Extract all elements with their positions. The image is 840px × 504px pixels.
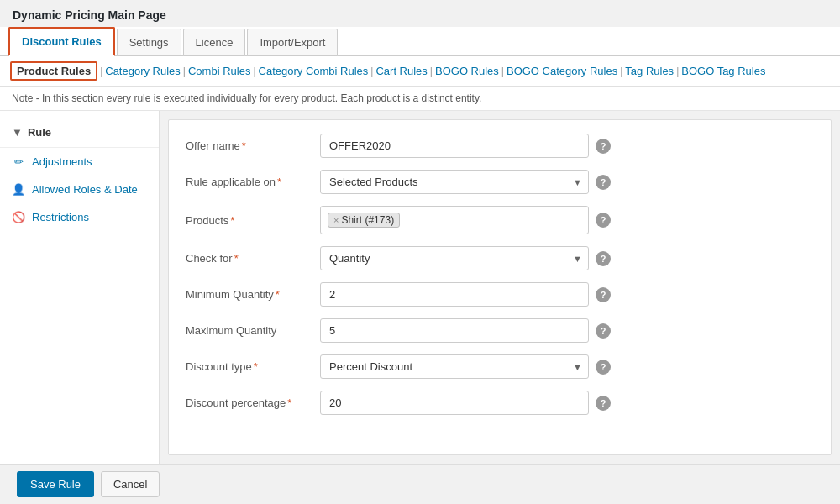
select-rule-applicable[interactable]: Selected Products All Products Category …: [320, 170, 589, 194]
sidebar-item-label-allowed-roles: Allowed Roles & Date: [32, 183, 138, 196]
select-wrapper-rule-applicable: Selected Products All Products Category …: [320, 170, 589, 194]
form-row-offer-name: Offer name* ?: [186, 134, 814, 158]
help-icon-discount-type[interactable]: ?: [596, 360, 611, 375]
sub-tab-bogo-tag-rules[interactable]: BOGO Tag Rules: [681, 65, 765, 77]
select-discount-type[interactable]: Percent Discount Fixed Discount Fixed Pr…: [320, 354, 589, 379]
sidebar-item-adjustments[interactable]: ✏ Adjustments: [0, 148, 159, 176]
form-row-discount-pct: Discount percentage* ?: [186, 391, 814, 415]
label-check-for: Check for*: [186, 252, 320, 265]
select-wrapper-discount-type: Percent Discount Fixed Discount Fixed Pr…: [320, 354, 589, 379]
sidebar-item-restrictions[interactable]: 🚫 Restrictions: [0, 203, 159, 231]
tag-remove-icon[interactable]: ×: [333, 215, 339, 225]
form-row-check-for: Check for* Quantity Price ▼ ?: [186, 246, 814, 270]
products-tag-input[interactable]: × Shirt (#173): [320, 206, 589, 234]
sub-tab-category-rules[interactable]: Category Rules: [105, 65, 181, 77]
input-offer-name[interactable]: [320, 134, 589, 158]
help-icon-check-for[interactable]: ?: [596, 251, 611, 266]
form-row-products: Products* × Shirt (#173) ?: [186, 206, 814, 234]
note-bar: Note - In this section every rule is exe…: [0, 87, 840, 111]
footer-bar: Save Rule Cancel: [0, 464, 840, 504]
select-wrapper-check-for: Quantity Price ▼: [320, 246, 589, 270]
form-row-discount-type: Discount type* Percent Discount Fixed Di…: [186, 354, 814, 379]
sub-tab-category-combi-rules[interactable]: Category Combi Rules: [259, 65, 369, 77]
form-area: Offer name* ? Rule applicable on* Select…: [168, 119, 832, 455]
page-wrapper: Dynamic Pricing Main Page Discount Rules…: [0, 0, 840, 504]
main-tabs-bar: Discount Rules Settings Licence Import/E…: [0, 27, 840, 56]
label-discount-type: Discount type*: [186, 360, 320, 373]
label-offer-name: Offer name*: [186, 139, 320, 152]
sub-tab-product-rules[interactable]: Product Rules: [10, 61, 97, 81]
sub-tab-cart-rules[interactable]: Cart Rules: [375, 65, 427, 77]
cancel-button[interactable]: Cancel: [101, 471, 160, 497]
main-content: ▼ Rule ✏ Adjustments 👤 Allowed Roles & D…: [0, 111, 840, 464]
label-min-qty: Minimum Quantity*: [186, 288, 320, 301]
input-min-qty[interactable]: [320, 282, 589, 307]
sidebar-header-label: Rule: [28, 126, 51, 139]
sidebar-item-label-adjustments: Adjustments: [32, 155, 92, 168]
sub-tab-tag-rules[interactable]: Tag Rules: [625, 65, 674, 77]
help-icon-min-qty[interactable]: ?: [596, 287, 611, 302]
save-rule-button[interactable]: Save Rule: [17, 471, 94, 497]
label-max-qty: Maximum Quantity: [186, 324, 320, 337]
input-max-qty[interactable]: [320, 318, 589, 343]
sidebar-header: ▼ Rule: [0, 121, 159, 148]
tab-settings[interactable]: Settings: [117, 29, 181, 56]
help-icon-products[interactable]: ?: [596, 213, 611, 228]
input-discount-pct[interactable]: [320, 391, 589, 415]
adjustments-icon: ✏: [12, 155, 25, 168]
sub-tab-combi-rules[interactable]: Combi Rules: [188, 65, 250, 77]
product-tag-shirt: × Shirt (#173): [328, 213, 400, 228]
tab-licence[interactable]: Licence: [183, 29, 246, 56]
page-title: Dynamic Pricing Main Page: [0, 0, 840, 27]
user-icon: 👤: [12, 183, 25, 196]
help-icon-max-qty[interactable]: ?: [596, 323, 611, 339]
sub-tab-bogo-rules[interactable]: BOGO Rules: [435, 65, 499, 77]
sidebar: ▼ Rule ✏ Adjustments 👤 Allowed Roles & D…: [0, 111, 160, 464]
form-row-rule-applicable: Rule applicable on* Selected Products Al…: [186, 170, 814, 194]
tab-import-export[interactable]: Import/Export: [247, 29, 338, 56]
help-icon-rule-applicable[interactable]: ?: [596, 175, 611, 190]
filter-icon: ▼: [12, 126, 23, 139]
label-products: Products*: [186, 214, 320, 227]
sub-tabs-bar: Product Rules | Category Rules | Combi R…: [0, 56, 840, 87]
label-discount-pct: Discount percentage*: [186, 396, 320, 409]
label-rule-applicable: Rule applicable on*: [186, 176, 320, 188]
sub-tab-bogo-category-rules[interactable]: BOGO Category Rules: [507, 65, 617, 77]
sidebar-item-allowed-roles-date[interactable]: 👤 Allowed Roles & Date: [0, 176, 159, 203]
form-row-min-qty: Minimum Quantity* ?: [186, 282, 814, 307]
restrictions-icon: 🚫: [12, 211, 25, 223]
form-row-max-qty: Maximum Quantity ?: [186, 318, 814, 343]
sidebar-item-label-restrictions: Restrictions: [32, 211, 89, 223]
help-icon-offer-name[interactable]: ?: [596, 139, 611, 154]
help-icon-discount-pct[interactable]: ?: [596, 396, 611, 411]
tab-discount-rules[interactable]: Discount Rules: [8, 27, 115, 56]
select-check-for[interactable]: Quantity Price: [320, 246, 589, 270]
